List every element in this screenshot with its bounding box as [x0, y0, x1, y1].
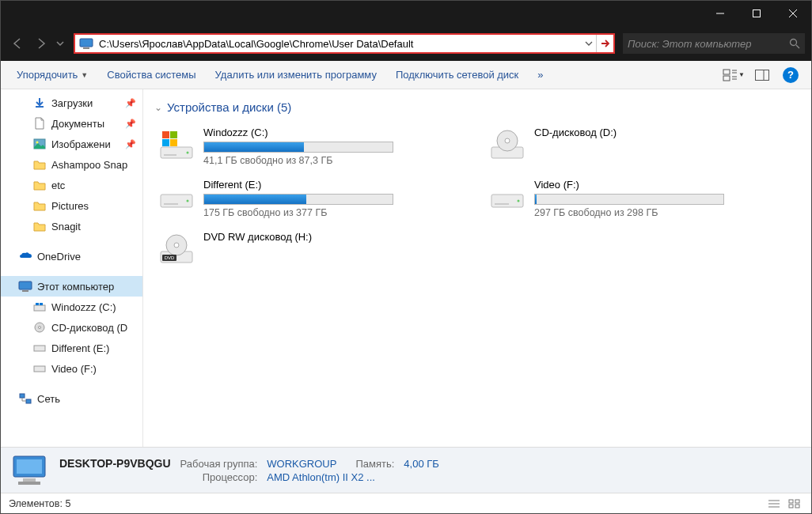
preview-pane-button[interactable] — [751, 64, 773, 86]
map-network-drive-button[interactable]: Подключить сетевой диск — [389, 66, 525, 84]
svg-rect-29 — [26, 399, 31, 403]
memory-label: Память: — [355, 458, 394, 470]
help-button[interactable]: ? — [780, 64, 802, 86]
sidebar-label: Snagit — [51, 221, 81, 232]
drive-icon — [32, 341, 47, 355]
nav-pane[interactable]: Загрузки 📌 Документы 📌 Изображени 📌 Asha… — [1, 89, 143, 447]
svg-rect-21 — [34, 305, 45, 311]
dvd-drive-icon: DVD — [157, 231, 195, 269]
uninstall-program-button[interactable]: Удалить или изменить программу — [209, 66, 383, 84]
svg-rect-14 — [756, 70, 769, 80]
drive-icon — [32, 361, 47, 376]
computer-name: DESKTOP-P9VBQGU — [59, 457, 171, 470]
drive-c[interactable]: Windozzz (C:) 41,1 ГБ свободно из 87,3 Г… — [154, 123, 469, 169]
close-button[interactable] — [775, 1, 811, 26]
svg-point-39 — [505, 138, 510, 143]
sidebar-item-drive-f[interactable]: Video (F:) — [1, 358, 142, 379]
svg-rect-26 — [34, 346, 45, 351]
sidebar-item-drive-d[interactable]: CD-дисковод (D — [1, 317, 142, 338]
svg-point-45 — [518, 200, 520, 202]
details-view-button[interactable] — [765, 497, 783, 511]
chevron-down-icon: ▼ — [738, 71, 745, 78]
large-icons-view-button[interactable] — [786, 497, 803, 511]
recent-dropdown[interactable] — [55, 33, 66, 54]
chevron-down-icon: ▼ — [81, 71, 88, 79]
sidebar-label: etc — [51, 180, 65, 191]
os-drive-icon — [157, 127, 195, 164]
chevron-down-icon[interactable]: ⌄ — [154, 102, 162, 113]
content-area[interactable]: ⌄ Устройства и диски (5) Windozzz (C:) 4… — [143, 89, 811, 447]
drive-h[interactable]: DVD DVD RW дисковод (H:) — [154, 228, 469, 272]
drive-d[interactable]: CD-дисковод (D:) — [485, 123, 800, 169]
svg-rect-61 — [795, 505, 799, 508]
svg-rect-27 — [34, 366, 45, 372]
sidebar-item-pictures[interactable]: Pictures — [1, 195, 142, 216]
details-pane: DESKTOP-P9VBQGU Рабочая группа: WORKGROU… — [1, 447, 811, 493]
svg-rect-53 — [23, 478, 36, 482]
sidebar-item-this-pc[interactable]: Этот компьютер — [1, 276, 142, 297]
sidebar-item-downloads[interactable]: Загрузки 📌 — [1, 93, 142, 113]
sidebar-item-documents[interactable]: Документы 📌 — [1, 113, 142, 134]
sidebar-label: Изображени — [51, 138, 111, 150]
drive-label: CD-дисковод (D:) — [534, 127, 797, 138]
sidebar-item-drive-e[interactable]: Different (E:) — [1, 338, 142, 358]
go-button[interactable] — [596, 35, 613, 52]
system-properties-button[interactable]: Свойства системы — [101, 66, 202, 84]
svg-rect-8 — [723, 70, 730, 74]
hdd-icon — [157, 179, 195, 217]
computer-icon — [18, 279, 32, 293]
svg-point-6 — [791, 40, 797, 46]
pin-icon: 📌 — [125, 139, 136, 149]
search-icon[interactable] — [789, 38, 800, 49]
sidebar-label: Windozzz (C:) — [51, 301, 116, 313]
svg-rect-52 — [17, 459, 42, 474]
sidebar-item-drive-c[interactable]: Windozzz (C:) — [1, 297, 142, 317]
group-title: Устройства и диски (5) — [167, 100, 291, 114]
sidebar-label: Сеть — [37, 393, 60, 405]
sidebar-item-etc[interactable]: etc — [1, 175, 142, 195]
back-button[interactable] — [7, 33, 28, 54]
drive-f[interactable]: Video (F:) 297 ГБ свободно из 298 ГБ — [485, 176, 800, 221]
drive-free-text: 175 ГБ свободно из 377 ГБ — [203, 207, 466, 218]
organize-label: Упорядочить — [17, 69, 78, 81]
memory-value: 4,00 ГБ — [404, 458, 438, 470]
sidebar-label: Video (F:) — [51, 363, 97, 375]
search-box — [623, 33, 805, 54]
group-header[interactable]: ⌄ Устройства и диски (5) — [143, 97, 811, 117]
capacity-bar — [534, 194, 724, 205]
onedrive-icon — [18, 249, 32, 263]
svg-rect-58 — [789, 500, 793, 503]
svg-rect-34 — [170, 131, 177, 138]
sidebar-item-images[interactable]: Изображени 📌 — [1, 134, 142, 154]
address-input[interactable] — [97, 35, 582, 52]
folder-icon — [32, 157, 47, 172]
sidebar-item-onedrive[interactable]: OneDrive — [1, 246, 142, 266]
view-options-button[interactable]: ▼ — [723, 64, 745, 86]
forward-button[interactable] — [31, 33, 51, 54]
maximize-button[interactable] — [738, 1, 775, 26]
title-bar — [1, 1, 811, 26]
address-dropdown[interactable] — [582, 40, 596, 47]
sidebar-item-network[interactable]: Сеть — [1, 388, 142, 409]
minimize-button[interactable] — [702, 1, 738, 26]
svg-rect-20 — [22, 290, 28, 292]
svg-point-25 — [39, 327, 41, 329]
workgroup-value: WORKGROUP — [267, 458, 336, 470]
computer-large-icon — [10, 452, 48, 489]
nav-bar — [1, 26, 811, 61]
drive-e[interactable]: Different (E:) 175 ГБ свободно из 377 ГБ — [154, 176, 469, 221]
organize-menu[interactable]: Упорядочить ▼ — [10, 66, 94, 84]
svg-line-7 — [796, 45, 799, 48]
svg-rect-1 — [753, 10, 761, 17]
computer-icon — [78, 36, 94, 51]
workgroup-label: Рабочая группа: — [180, 458, 258, 470]
toolbar-overflow[interactable]: » — [531, 66, 549, 84]
svg-rect-36 — [170, 139, 177, 146]
sidebar-label: Загрузки — [51, 97, 93, 109]
sidebar-item-snagit[interactable]: Snagit — [1, 216, 142, 236]
search-input[interactable] — [628, 38, 789, 50]
drive-label: Video (F:) — [534, 179, 797, 191]
sidebar-item-ashampoo[interactable]: Ashampoo Snap — [1, 154, 142, 175]
folder-icon — [32, 198, 47, 213]
svg-rect-19 — [19, 282, 32, 289]
